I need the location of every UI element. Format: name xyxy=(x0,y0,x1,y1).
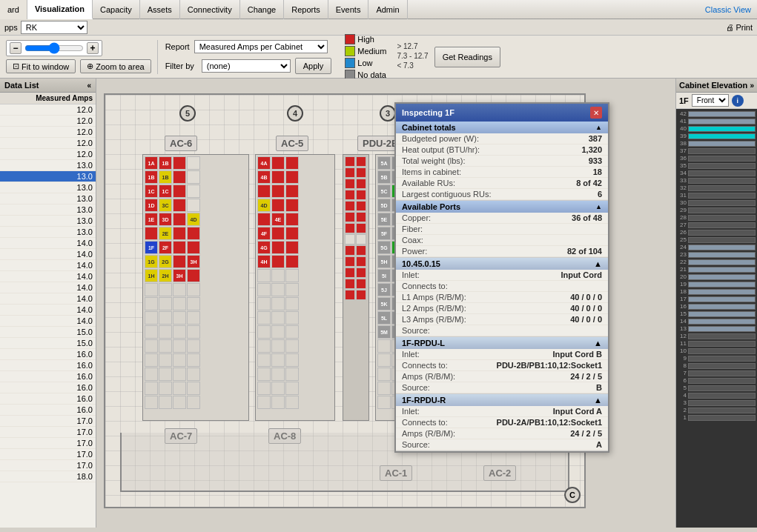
list-item[interactable]: 17.0 xyxy=(0,416,96,427)
elevation-row[interactable]: 42 xyxy=(678,110,756,117)
elevation-row[interactable]: 33 xyxy=(678,177,756,184)
zoom-slider[interactable] xyxy=(24,42,84,54)
elevation-row[interactable]: 31 xyxy=(678,192,756,199)
cabinet-cell[interactable] xyxy=(187,396,200,409)
classic-view-link[interactable]: Classic View xyxy=(705,5,757,14)
cabinet-cell[interactable]: 4A xyxy=(257,156,271,170)
list-item[interactable]: 15.0 xyxy=(0,338,96,349)
cabinet-cell[interactable] xyxy=(173,297,186,310)
nav-tab-reports[interactable]: Reports xyxy=(284,0,328,19)
inspect-close-button[interactable]: ✕ xyxy=(590,107,602,119)
cabinet-cell[interactable]: 4H xyxy=(257,255,271,268)
elevation-unit[interactable] xyxy=(688,408,756,413)
cabinet-cell[interactable]: 3H xyxy=(173,269,186,282)
cabinet-pdu2b-grid[interactable] xyxy=(343,154,369,421)
cabinet-cell[interactable] xyxy=(271,184,285,198)
list-item[interactable]: 13.0 xyxy=(0,205,96,216)
cabinet-cell[interactable] xyxy=(377,368,391,381)
cabinet-cell[interactable] xyxy=(377,339,391,353)
cabinet-cell[interactable] xyxy=(285,283,299,296)
cabinet-cell[interactable] xyxy=(285,227,299,240)
cabinet-cell[interactable] xyxy=(187,325,200,339)
elevation-row[interactable]: 12 xyxy=(678,333,756,339)
cabinet-cell[interactable] xyxy=(271,339,285,353)
cabinet-cell[interactable]: 2G xyxy=(159,255,172,268)
cabinet-cell[interactable] xyxy=(145,396,158,409)
elevation-row[interactable]: 27 xyxy=(678,222,756,228)
cabinet-cell[interactable] xyxy=(173,353,186,367)
list-item[interactable]: 13.0 xyxy=(0,171,96,182)
cabinet-cell[interactable] xyxy=(257,396,271,409)
cabinet-cell[interactable] xyxy=(285,269,299,282)
nav-tab-ard[interactable]: ard xyxy=(0,0,27,19)
cabinet-cell[interactable]: 4B xyxy=(257,170,271,184)
cabinet-cell[interactable] xyxy=(271,199,285,212)
cabinet-cell[interactable] xyxy=(159,353,172,367)
fit-to-window-button[interactable]: ⊡ Fit to window xyxy=(6,59,76,73)
cabinet-cell[interactable] xyxy=(145,339,158,353)
ip-header[interactable]: 10.45.0.15 ▲ xyxy=(396,258,608,270)
elevation-row[interactable]: 23 xyxy=(678,251,756,258)
list-item[interactable]: 14.0 xyxy=(0,249,96,260)
elevation-row[interactable]: 7 xyxy=(678,370,756,376)
cabinet-cell[interactable] xyxy=(173,311,186,325)
list-item[interactable]: 12.0 xyxy=(0,138,96,149)
elevation-row[interactable]: 1 xyxy=(678,414,756,421)
pdu-cell[interactable] xyxy=(345,267,355,278)
cabinet-cell[interactable] xyxy=(271,170,285,184)
cabinet-cell[interactable]: 1B xyxy=(159,156,172,170)
cabinet-cell[interactable]: 5H xyxy=(377,255,391,268)
elevation-unit[interactable] xyxy=(688,215,756,221)
pdu-cell[interactable] xyxy=(345,279,355,289)
list-item[interactable]: 13.0 xyxy=(0,216,96,227)
list-item[interactable]: 13.0 xyxy=(0,193,96,205)
cabinet-cell[interactable]: 5C xyxy=(377,184,391,198)
list-item[interactable]: 17.0 xyxy=(0,460,96,471)
cabinet-cell[interactable] xyxy=(257,382,271,395)
pdu-cell[interactable] xyxy=(345,179,355,189)
elevation-unit[interactable] xyxy=(688,141,756,147)
pdu-cell[interactable] xyxy=(356,201,366,211)
pdu-cell[interactable] xyxy=(356,234,366,245)
pdu-cell[interactable] xyxy=(356,290,366,300)
zoom-to-area-button[interactable]: ⊕ Zoom to area xyxy=(80,59,151,73)
elevation-row[interactable]: 37 xyxy=(678,147,756,154)
elevation-row[interactable]: 17 xyxy=(678,296,756,302)
cabinet-cell[interactable] xyxy=(159,339,172,353)
cabinet-cell[interactable] xyxy=(377,382,391,395)
cabinet-cell[interactable] xyxy=(285,184,299,198)
pdu-cell[interactable] xyxy=(345,167,355,178)
elevation-unit[interactable] xyxy=(688,415,756,421)
pdu-cell[interactable] xyxy=(356,267,366,278)
list-item[interactable]: 12.0 xyxy=(0,127,96,138)
elevation-row[interactable]: 21 xyxy=(678,266,756,273)
list-item[interactable]: 18.0 xyxy=(0,471,96,482)
elevation-unit[interactable] xyxy=(688,200,756,206)
list-item[interactable]: 17.0 xyxy=(0,427,96,438)
elevation-row[interactable]: 20 xyxy=(678,273,756,280)
elevation-unit[interactable] xyxy=(688,119,756,124)
elevation-row[interactable]: 4 xyxy=(678,392,756,399)
list-item[interactable]: 15.0 xyxy=(0,327,96,338)
cabinet-cell[interactable] xyxy=(377,396,391,409)
elevation-unit[interactable] xyxy=(688,178,756,184)
pdu-cell[interactable] xyxy=(345,212,355,222)
cabinet-cell[interactable]: 1E xyxy=(145,213,158,226)
cabinet-cell[interactable] xyxy=(285,213,299,226)
cabinet-cell[interactable] xyxy=(187,297,200,310)
cabinet-cell[interactable] xyxy=(271,325,285,339)
elevation-unit[interactable] xyxy=(688,282,756,287)
cabinet-cell[interactable] xyxy=(159,297,172,310)
cabinet-cell[interactable] xyxy=(285,297,299,310)
cabinet-cell[interactable]: 5L xyxy=(377,311,391,325)
cabinet-cell[interactable] xyxy=(187,170,200,184)
cabinet-cell[interactable] xyxy=(159,368,172,381)
cabinet-cell[interactable] xyxy=(271,382,285,395)
pdu-cell[interactable] xyxy=(356,212,366,222)
cabinet-cell[interactable] xyxy=(285,199,299,212)
cabinet-cell[interactable]: 1F xyxy=(145,241,158,254)
nav-tab-admin[interactable]: Admin xyxy=(368,0,407,19)
cabinet-cell[interactable]: 1C xyxy=(159,184,172,198)
elevation-unit[interactable] xyxy=(688,193,756,199)
cabinet-cell[interactable] xyxy=(285,170,299,184)
